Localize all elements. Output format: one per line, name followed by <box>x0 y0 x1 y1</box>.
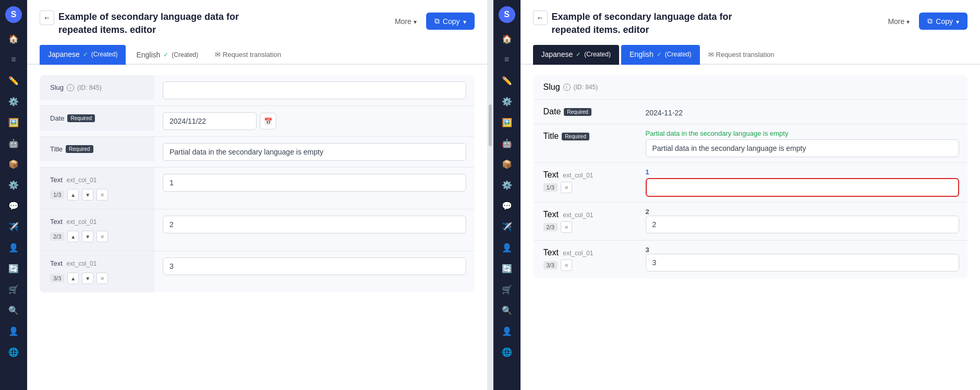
sidebar-icon-user2[interactable]: 👤 <box>4 322 23 340</box>
sidebar-icon-refresh[interactable]: 🔄 <box>4 259 23 278</box>
left-text2-up-button[interactable]: ▲ <box>67 231 79 242</box>
left-sidebar: S 🏠 ≡ ✏️ ⚙️ 🖼️ 🤖 📦 ⚙️ 💬 ✈️ 👤 🔄 🛒 🔍 👤 🌐 <box>0 0 27 390</box>
sidebar-icon-send[interactable]: ✈️ <box>4 217 23 236</box>
sidebar-icon-cart[interactable]: 🛒 <box>4 280 23 299</box>
right-text1-input[interactable] <box>646 178 960 197</box>
right-text3-value-col: 3 <box>637 241 968 278</box>
middle-icon-cart[interactable]: 🛒 <box>498 280 516 299</box>
left-tab-japanese[interactable]: Japanese ✓ (Created) <box>40 45 126 65</box>
left-text1-up-button[interactable]: ▲ <box>67 189 79 200</box>
left-text3-counter: 3/3 <box>50 274 64 282</box>
left-scrollbar-thumb[interactable] <box>489 104 492 146</box>
right-title-label: Title <box>543 132 559 141</box>
right-text2-index: 2 <box>646 208 960 216</box>
left-title-input[interactable] <box>163 143 466 161</box>
sidebar-icon-chat[interactable]: 💬 <box>4 196 23 215</box>
left-text3-input[interactable] <box>163 257 466 275</box>
right-back-button[interactable]: ← <box>533 10 548 25</box>
middle-icon-globe[interactable]: 🌐 <box>498 342 516 361</box>
right-title-input[interactable] <box>646 139 960 157</box>
left-text1-down-button[interactable]: ▼ <box>82 189 93 200</box>
middle-icon-search[interactable]: 🔍 <box>498 301 516 320</box>
sidebar-icon-edit[interactable]: ✏️ <box>4 71 23 90</box>
right-tab-english-check-icon: ✓ <box>657 51 662 58</box>
sidebar-icon-image[interactable]: 🖼️ <box>4 113 23 132</box>
middle-icon-edit[interactable]: ✏️ <box>498 71 516 90</box>
sidebar-icon-user[interactable]: 👤 <box>4 238 23 257</box>
sidebar-icon-robot[interactable]: 🤖 <box>4 134 23 152</box>
right-slug-id: (ID: 845) <box>574 84 598 91</box>
right-text1-index: 1 <box>646 168 960 176</box>
right-title-row: Title Required Partial data in the secon… <box>533 124 968 163</box>
left-tab-request[interactable]: ✉ Request translation <box>209 46 287 63</box>
right-copy-icon: ⧉ <box>927 17 933 26</box>
middle-icon-settings2[interactable]: ⚙️ <box>498 175 516 194</box>
sidebar-icon-globe[interactable]: 🌐 <box>4 342 23 361</box>
right-title-label-col: Title Required <box>533 124 637 162</box>
sidebar-icon-list[interactable]: ≡ <box>4 50 23 69</box>
left-more-button[interactable]: More <box>390 14 422 29</box>
middle-icon-list[interactable]: ≡ <box>498 50 516 69</box>
right-text3-remove-button[interactable]: ✕ <box>561 259 572 271</box>
left-tab-english[interactable]: English ✓ (Created) <box>128 45 207 64</box>
middle-icon-send[interactable]: ✈️ <box>498 217 516 236</box>
left-tab-japanese-label: Japanese <box>48 50 80 58</box>
left-slug-info-icon[interactable]: i <box>67 84 74 91</box>
sidebar-icon-home[interactable]: 🏠 <box>4 29 23 48</box>
right-tab-request[interactable]: ✉ Request translation <box>702 46 781 63</box>
right-slug-value-col <box>637 75 968 99</box>
middle-icon-image[interactable]: 🖼️ <box>498 113 516 132</box>
sidebar-icon-settings2[interactable]: ⚙️ <box>4 175 23 194</box>
right-text2-input[interactable] <box>646 216 960 233</box>
middle-icon-user2[interactable]: 👤 <box>498 322 516 340</box>
right-tab-japanese[interactable]: Japanese ✓ (Created) <box>533 45 619 65</box>
sidebar-icon-search[interactable]: 🔍 <box>4 301 23 320</box>
middle-icon-robot[interactable]: 🤖 <box>498 134 516 152</box>
left-slug-input[interactable] <box>163 81 466 99</box>
left-copy-button[interactable]: ⧉ Copy <box>426 13 475 30</box>
right-more-label: More <box>888 17 904 26</box>
left-text1-remove-button[interactable]: ✕ <box>96 189 108 200</box>
right-text2-remove-button[interactable]: ✕ <box>561 221 572 233</box>
left-text3-remove-button[interactable]: ✕ <box>96 273 108 284</box>
left-text2-input[interactable] <box>163 216 466 233</box>
left-text2-counter: 2/3 <box>50 232 64 241</box>
left-more-chevron-icon <box>414 17 417 26</box>
sidebar-icon-settings1[interactable]: ⚙️ <box>4 92 23 111</box>
middle-icon-chat[interactable]: 💬 <box>498 196 516 215</box>
right-panel-header: ← Example of secondary language data for… <box>521 0 981 45</box>
left-text3-down-button[interactable]: ▼ <box>82 273 93 284</box>
middle-logo[interactable]: S <box>499 6 515 23</box>
right-title-warning: Partial data in the secondary language i… <box>646 129 960 137</box>
left-text1-label-col: Text ext_col_01 1/3 ▲ ▼ ✕ <box>40 168 154 209</box>
right-tab-english-label: English <box>630 50 654 58</box>
left-copy-chevron-icon <box>463 17 466 26</box>
middle-icon-settings1[interactable]: ⚙️ <box>498 92 516 111</box>
left-text2-remove-button[interactable]: ✕ <box>96 231 108 242</box>
right-slug-info-icon[interactable]: i <box>563 84 571 91</box>
right-tab-japanese-status: (Created) <box>584 51 611 58</box>
right-tab-english[interactable]: English ✓ (Created) <box>621 45 700 65</box>
left-scrollbar[interactable] <box>487 0 493 390</box>
left-text1-label: Text <box>50 176 63 184</box>
right-text1-remove-button[interactable]: ✕ <box>561 182 572 193</box>
right-text3-counter: 3/3 <box>543 261 558 269</box>
left-calendar-icon-button[interactable]: 📅 <box>260 113 276 129</box>
sidebar-icon-box[interactable]: 📦 <box>4 155 23 173</box>
middle-icon-user[interactable]: 👤 <box>498 238 516 257</box>
right-text1-sub: ext_col_01 <box>563 172 593 179</box>
left-text2-down-button[interactable]: ▼ <box>82 231 93 242</box>
middle-icon-home[interactable]: 🏠 <box>498 29 516 48</box>
left-text2-row: Text ext_col_01 2/3 ▲ ▼ ✕ <box>40 209 475 251</box>
left-date-input[interactable] <box>163 112 257 130</box>
right-more-button[interactable]: More <box>882 14 915 29</box>
middle-icon-box[interactable]: 📦 <box>498 155 516 173</box>
left-text3-up-button[interactable]: ▲ <box>67 273 79 284</box>
left-text3-input-area <box>154 251 475 281</box>
right-text3-input[interactable] <box>646 254 960 271</box>
logo[interactable]: S <box>5 6 22 23</box>
left-back-button[interactable]: ← <box>40 10 54 25</box>
left-text1-input[interactable] <box>163 174 466 192</box>
right-copy-button[interactable]: ⧉ Copy <box>919 13 967 30</box>
middle-icon-refresh[interactable]: 🔄 <box>498 259 516 278</box>
